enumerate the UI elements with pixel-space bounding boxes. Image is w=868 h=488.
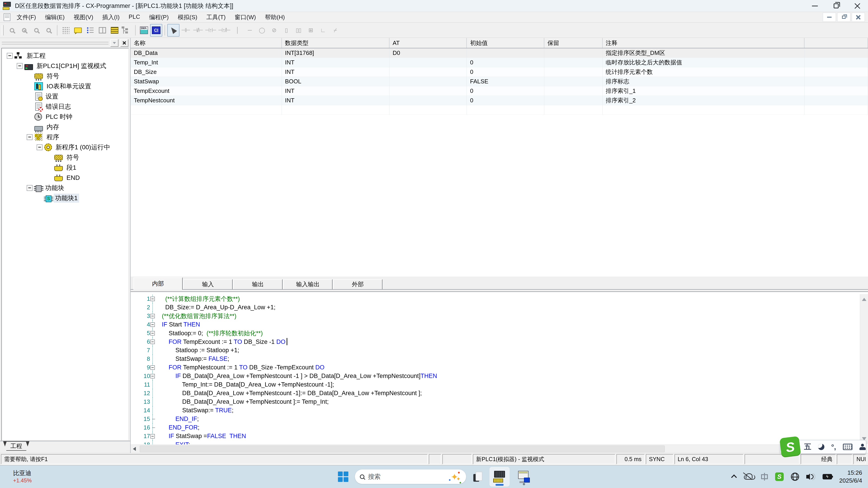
- stock-widget[interactable]: 比亚迪 +1.45%: [13, 469, 32, 484]
- code-line[interactable]: 4IF Start THEN: [131, 320, 868, 329]
- fold-margin[interactable]: [152, 432, 162, 441]
- tray-chevron-up-icon[interactable]: [731, 475, 737, 480]
- expander-minus-icon[interactable]: [7, 53, 13, 59]
- menu-item[interactable]: 文件(F): [12, 12, 40, 23]
- code-line[interactable]: 2 DB_Size:= D_Area_Up-D_Area_Low +1;: [131, 303, 868, 312]
- tab-project[interactable]: 工程: [3, 441, 29, 451]
- toolbar-grip[interactable]: [2, 25, 4, 35]
- ime-account-icon[interactable]: [859, 444, 866, 450]
- dock-handle[interactable]: [0, 38, 130, 48]
- scroll-down-icon[interactable]: [862, 437, 866, 440]
- punctuation-icon[interactable]: °,: [831, 443, 836, 451]
- select-tool-icon[interactable]: [167, 24, 180, 37]
- tree-item[interactable]: 段1: [2, 162, 128, 173]
- tree-item[interactable]: 新程序1 (00)运行中: [2, 142, 128, 152]
- code-line[interactable]: 14 StatSwap:= TRUE;: [131, 406, 868, 415]
- code-line[interactable]: 12 DB_Data[D_Area_Low +TempNestcount -1]…: [131, 389, 868, 398]
- fold-margin[interactable]: [152, 312, 162, 320]
- fold-collapse-icon[interactable]: [150, 322, 155, 327]
- tree-item[interactable]: 内存: [2, 122, 128, 132]
- code-line[interactable]: 17 IF StatSwap =FALSE THEN: [131, 432, 868, 441]
- fold-margin[interactable]: [152, 337, 162, 346]
- table-row[interactable]: Temp_IntINT0临时存放比较之后大的数据值: [131, 58, 868, 67]
- code-line[interactable]: 9 FOR TempNestcount := 1 TO DB_Size -Tem…: [131, 363, 868, 372]
- tree-item[interactable]: 符号: [2, 152, 128, 162]
- fold-margin[interactable]: [152, 295, 162, 303]
- ime-chinese-indicator-icon[interactable]: [761, 474, 768, 479]
- code-line[interactable]: 6 FOR TempExcount := 1 TO DB_Size -1 DO: [131, 337, 868, 346]
- sogou-tray-icon[interactable]: S: [775, 473, 784, 481]
- tree-item[interactable]: PLC 时钟: [2, 111, 128, 122]
- fold-collapse-icon[interactable]: [150, 331, 155, 335]
- no-network-icon[interactable]: [791, 473, 799, 481]
- code-line[interactable]: 10 IF DB_Data[D_Area_Low +TempNestcount …: [131, 372, 868, 381]
- menu-item[interactable]: 编程(P): [145, 12, 174, 23]
- menu-item[interactable]: 帮助(H): [260, 12, 289, 23]
- menu-item[interactable]: 模拟(S): [173, 12, 202, 23]
- fold-collapse-icon[interactable]: [150, 297, 155, 301]
- fold-margin[interactable]: [152, 320, 162, 329]
- column-header[interactable]: 初始值: [467, 38, 544, 48]
- column-header[interactable]: 名称: [131, 38, 282, 48]
- child-minimize-button[interactable]: [823, 13, 836, 22]
- close-button[interactable]: [847, 0, 868, 12]
- var-tab-4[interactable]: 输入输出: [283, 279, 333, 289]
- symbol-table-icon[interactable]: [108, 24, 121, 37]
- scroll-left-icon[interactable]: [133, 447, 136, 451]
- volume-icon[interactable]: [806, 473, 815, 480]
- fold-collapse-icon[interactable]: [150, 374, 155, 379]
- fold-collapse-icon[interactable]: [150, 339, 155, 344]
- child-restore-button[interactable]: [837, 13, 850, 22]
- fold-margin[interactable]: [152, 363, 162, 372]
- column-header[interactable]: [804, 38, 868, 48]
- taskbar-app-simulator[interactable]: [514, 467, 534, 486]
- column-header[interactable]: 数据类型: [282, 38, 390, 48]
- tree-item[interactable]: 符号: [2, 71, 128, 81]
- expander-minus-icon[interactable]: [17, 63, 23, 69]
- fold-collapse-icon[interactable]: [150, 434, 155, 438]
- night-mode-icon[interactable]: [818, 444, 825, 450]
- code-line[interactable]: 15 END_IF;: [131, 415, 868, 423]
- tree-item[interactable]: 程序: [2, 132, 128, 142]
- horizontal-scrollbar[interactable]: [131, 445, 860, 453]
- column-header[interactable]: AT: [390, 38, 467, 48]
- code-line[interactable]: 13 DB_Data[D_Area_Low +TempNestcount ]:=…: [131, 398, 868, 406]
- expander-minus-icon[interactable]: [27, 134, 33, 140]
- expander-minus-icon[interactable]: [27, 185, 33, 191]
- menu-item[interactable]: 编辑(E): [40, 12, 69, 23]
- task-view-button[interactable]: [471, 469, 485, 484]
- code-line[interactable]: 8 StatSwap:= FALSE;: [131, 355, 868, 363]
- table-row[interactable]: TempNestcountINT0排序索引_2: [131, 96, 868, 105]
- fold-collapse-icon[interactable]: [150, 365, 155, 370]
- tree-item[interactable]: IO表和单元设置: [2, 81, 128, 91]
- show-comment-icon[interactable]: [72, 24, 84, 37]
- var-tab-1[interactable]: 内部: [133, 278, 183, 290]
- tree-item[interactable]: 新工程: [2, 51, 128, 61]
- code-line[interactable]: 1 (**计算数组排序元素个数**): [131, 295, 868, 303]
- tree-item[interactable]: 错误日志: [2, 101, 128, 111]
- code-line[interactable]: 7 Statloop := Statloop +1;: [131, 346, 868, 355]
- tree-item[interactable]: END: [2, 173, 128, 183]
- fold-margin[interactable]: [152, 329, 162, 337]
- table-row[interactable]: StatSwapBOOLFALSE排序标志: [131, 77, 868, 86]
- code-line[interactable]: 16 END_FOR;: [131, 423, 868, 432]
- taskbar-app-cx-programmer[interactable]: [490, 467, 509, 486]
- ime-mode-wubi[interactable]: 五: [804, 442, 811, 452]
- menu-item[interactable]: 窗口(W): [230, 12, 260, 23]
- st-view-icon[interactable]: CI: [150, 24, 162, 37]
- menu-item[interactable]: 工具(T): [202, 12, 230, 23]
- menu-item[interactable]: PLC: [124, 12, 145, 23]
- dock-menu-button[interactable]: [110, 39, 119, 47]
- ime-toolbar[interactable]: S 五 °,: [780, 440, 866, 454]
- table-row[interactable]: TempExcountINT0排序索引_1: [131, 86, 868, 96]
- menu-item[interactable]: 插入(I): [98, 12, 124, 23]
- minimize-button[interactable]: [804, 0, 826, 12]
- table-row[interactable]: DB_SizeINT0统计排序元素个数: [131, 67, 868, 77]
- vertical-scrollbar[interactable]: [860, 294, 868, 444]
- code-line[interactable]: 5 Statloop:= 0; (**排序轮数初始化**): [131, 329, 868, 337]
- expander-minus-icon[interactable]: [37, 144, 42, 150]
- column-header[interactable]: 注释: [602, 38, 805, 48]
- taskbar-search[interactable]: 搜索 ✦✦: [355, 469, 466, 484]
- scroll-up-icon[interactable]: [862, 298, 866, 301]
- restore-button[interactable]: [826, 0, 847, 12]
